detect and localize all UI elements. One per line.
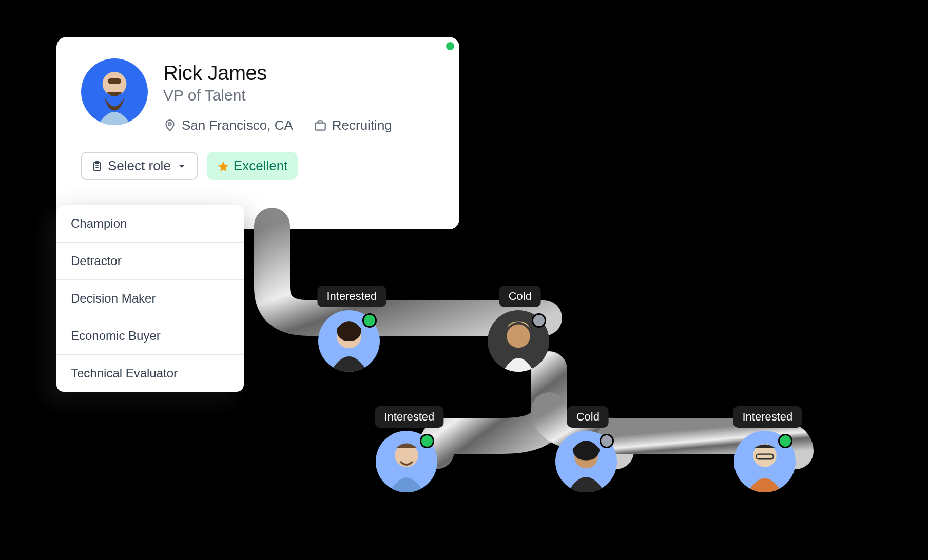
svg-point-9 xyxy=(507,325,530,348)
briefcase-icon xyxy=(314,119,327,132)
role-option-detractor[interactable]: Detractor xyxy=(56,243,244,280)
contact-avatar xyxy=(81,58,148,125)
rating-badge: Excellent xyxy=(207,152,298,180)
location-text: San Francisco, CA xyxy=(182,117,293,133)
select-role-label: Select role xyxy=(108,158,171,174)
department-field: Recruiting xyxy=(314,117,392,133)
node-status-label: Interested xyxy=(375,406,443,428)
chevron-down-icon xyxy=(176,161,187,172)
org-node-n3[interactable]: Interested xyxy=(376,431,437,492)
rating-label: Excellent xyxy=(234,158,288,174)
svg-point-2 xyxy=(168,123,171,125)
role-option-champion[interactable]: Champion xyxy=(56,205,244,243)
location-field: San Francisco, CA xyxy=(163,117,293,133)
svg-rect-3 xyxy=(315,123,325,130)
clipboard-icon xyxy=(91,161,103,172)
role-option-economic-buyer[interactable]: Economic Buyer xyxy=(56,317,244,355)
org-node-n2[interactable]: Cold xyxy=(488,310,549,372)
org-node-n1[interactable]: Interested xyxy=(318,310,380,372)
contact-card: Rick James VP of Talent San Francisco, C… xyxy=(56,37,459,229)
node-status-label: Interested xyxy=(733,406,802,428)
node-status-dot xyxy=(362,313,377,328)
org-node-n4[interactable]: Cold xyxy=(555,431,617,492)
node-status-dot xyxy=(600,434,614,448)
org-node-n5[interactable]: Interested xyxy=(734,431,796,492)
node-status-dot xyxy=(532,313,546,328)
contact-name: Rick James xyxy=(163,62,392,85)
node-status-dot xyxy=(420,434,434,448)
star-icon xyxy=(217,160,229,172)
contact-title: VP of Talent xyxy=(163,87,392,104)
select-role-dropdown[interactable]: Select role xyxy=(81,152,198,180)
role-options-menu: Champion Detractor Decision Maker Econom… xyxy=(56,205,244,392)
status-indicator xyxy=(446,42,454,50)
node-status-label: Interested xyxy=(317,286,386,307)
node-status-dot xyxy=(778,434,792,448)
location-pin-icon xyxy=(163,119,177,132)
node-status-label: Cold xyxy=(567,406,609,428)
role-option-technical-evaluator[interactable]: Technical Evaluator xyxy=(56,355,244,392)
node-status-label: Cold xyxy=(499,286,541,307)
role-option-decision-maker[interactable]: Decision Maker xyxy=(56,280,244,317)
svg-rect-1 xyxy=(108,78,121,84)
department-text: Recruiting xyxy=(332,117,392,133)
